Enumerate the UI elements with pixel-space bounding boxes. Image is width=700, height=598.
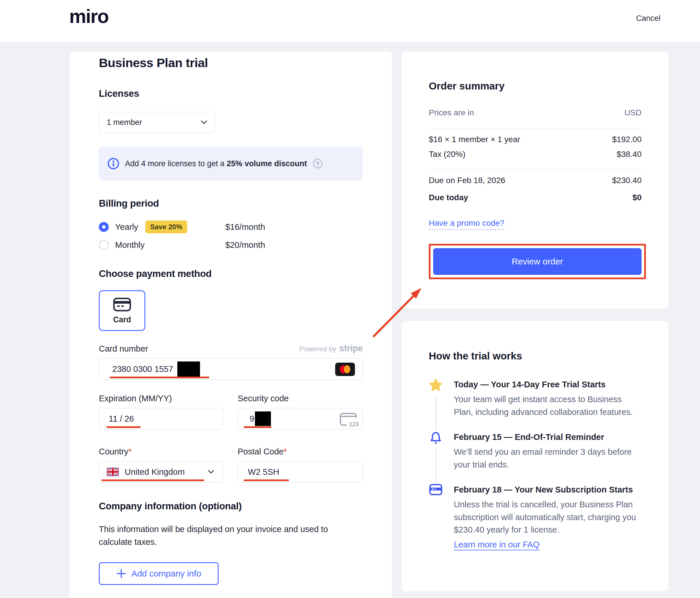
country-value: United Kingdom — [125, 467, 184, 477]
svg-text:?: ? — [316, 161, 320, 167]
add-company-info-button[interactable]: Add company info — [99, 562, 219, 585]
company-heading: Company information (optional) — [99, 501, 363, 512]
svg-text:123: 123 — [349, 421, 358, 427]
due-today-row: Due today $0 — [429, 193, 642, 202]
currency-value: USD — [624, 108, 642, 118]
currency-row: Prices are in USD — [429, 108, 642, 118]
divider — [429, 170, 642, 170]
bell-icon — [429, 431, 443, 445]
trial-heading: How the trial works — [429, 350, 642, 362]
volume-discount-banner: Add 4 more licenses to get a 25% volume … — [99, 147, 363, 180]
promo-code-link[interactable]: Have a promo code? — [429, 218, 504, 230]
page-title: Business Plan trial — [99, 56, 363, 70]
postal-code-label: Postal Code* — [238, 447, 363, 457]
expiration-input[interactable]: 11 / 26 — [99, 408, 223, 430]
company-description: This information will be displayed on yo… — [99, 523, 331, 548]
review-order-button[interactable]: Review order — [433, 248, 642, 275]
order-summary-panel: Order summary Prices are in USD $16 × 1 … — [402, 52, 669, 309]
payment-method-card-tile[interactable]: Card — [99, 290, 145, 331]
trial-step: February 18 — Your New Subscription Star… — [429, 484, 642, 537]
save-badge: Save 20% — [145, 220, 188, 233]
billing-option-yearly[interactable]: Yearly Save 20% $16/month — [99, 220, 363, 234]
annotation-underline — [244, 479, 289, 481]
miro-logo: miro — [69, 5, 108, 27]
postal-code-input[interactable]: W2 5SH — [238, 461, 363, 483]
top-bar: miro Cancel — [0, 0, 700, 42]
licenses-select[interactable]: 1 member — [99, 112, 215, 133]
cancel-button[interactable]: Cancel — [636, 14, 660, 23]
expiration-value: 11 / 26 — [109, 414, 134, 424]
trial-steps: Today — Your 14-Day Free Trial Starts Yo… — [429, 379, 642, 537]
yearly-price: $16/month — [225, 222, 265, 232]
star-icon — [429, 379, 443, 392]
summary-column: Order summary Prices are in USD $16 × 1 … — [402, 52, 669, 591]
timeline-connector — [435, 449, 436, 482]
billing-heading: Billing period — [99, 198, 363, 209]
expiration-label: Expiration (MM/YY) — [99, 394, 223, 403]
subscription-card-icon — [429, 484, 443, 495]
order-summary-heading: Order summary — [429, 80, 642, 92]
trial-step: Today — Your 14-Day Free Trial Starts Yo… — [429, 379, 642, 431]
checkout-panel: Business Plan trial Licenses 1 member Ad… — [70, 52, 392, 598]
licenses-heading: Licenses — [99, 88, 363, 99]
annotation-underline — [101, 479, 204, 481]
postal-code-value: W2 5SH — [248, 467, 279, 477]
card-number-input[interactable]: 2380 0300 1557 — [99, 358, 363, 380]
powered-by-stripe: Powered by stripe — [299, 343, 363, 354]
uk-flag-icon — [107, 468, 119, 476]
redaction-box — [177, 362, 200, 376]
trial-info-panel: How the trial works Today — Your 14-Day … — [402, 321, 669, 591]
chevron-down-icon — [208, 470, 214, 474]
plus-icon — [116, 569, 126, 578]
cvc-card-icon: 123 — [338, 412, 358, 427]
faq-link[interactable]: Learn more in our FAQ — [454, 540, 540, 549]
annotation-underline — [106, 426, 141, 428]
chevron-down-icon — [201, 120, 207, 124]
stripe-logo: stripe — [339, 343, 363, 354]
annotation-box: Review order — [429, 244, 646, 279]
due-row: Due on Feb 18, 2026 $230.40 — [429, 176, 642, 185]
annotation-underline — [109, 376, 209, 378]
billing-option-monthly[interactable]: Monthly $20/month — [99, 238, 363, 252]
info-icon — [107, 158, 119, 170]
annotation-underline — [244, 426, 272, 428]
mastercard-icon — [335, 363, 355, 376]
divider — [429, 128, 642, 129]
country-label: Country* — [99, 447, 223, 457]
radio-unselected-icon[interactable] — [99, 240, 109, 250]
banner-text: Add 4 more licenses to get a 25% volume … — [125, 159, 307, 168]
card-number-label: Card number — [99, 344, 148, 354]
card-number-value: 2380 0300 1557 — [112, 364, 173, 374]
licenses-select-value: 1 member — [107, 118, 142, 127]
security-code-label: Security code — [238, 394, 363, 403]
radio-selected-icon[interactable] — [99, 222, 109, 232]
summary-row: $16 × 1 member × 1 year $192.00 — [429, 135, 642, 144]
country-select[interactable]: United Kingdom — [99, 461, 223, 483]
redaction-box — [255, 412, 271, 426]
summary-row: Tax (20%) $38.40 — [429, 150, 642, 159]
trial-step: February 15 — End-Of-Trial Reminder We’l… — [429, 431, 642, 484]
security-code-value: 9 — [250, 414, 254, 424]
help-icon[interactable]: ? — [313, 159, 323, 168]
timeline-connector — [435, 396, 436, 430]
payment-heading: Choose payment method — [99, 268, 363, 279]
security-code-input[interactable]: 9 123 — [238, 408, 363, 430]
monthly-price: $20/month — [225, 240, 265, 250]
credit-card-icon — [113, 297, 131, 312]
